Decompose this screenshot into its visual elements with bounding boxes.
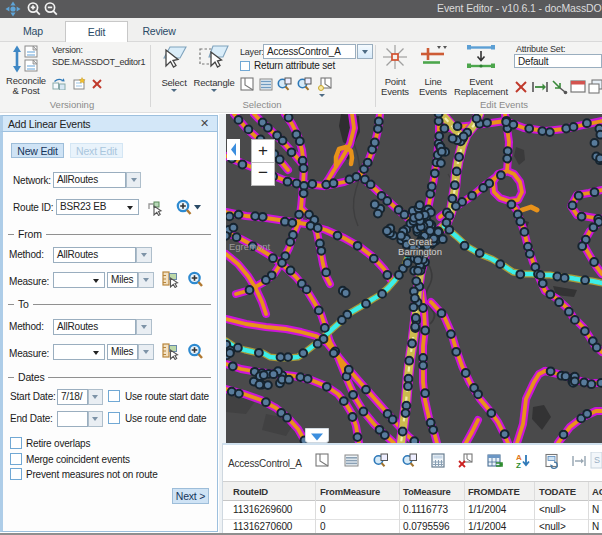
svg-text:Z: Z	[516, 461, 521, 469]
svg-text:Egremont: Egremont	[229, 241, 271, 252]
svg-text:Barrington: Barrington	[398, 246, 442, 257]
svg-text:S: S	[594, 455, 600, 465]
